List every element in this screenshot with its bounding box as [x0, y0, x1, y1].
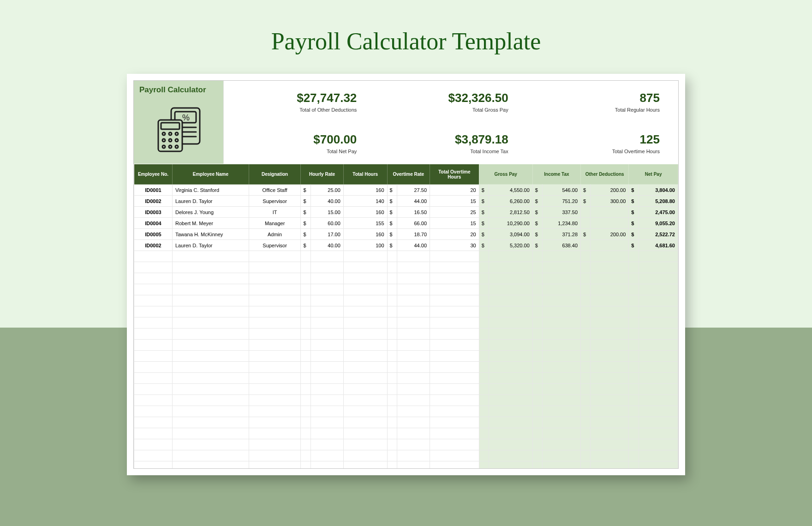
cell-ded[interactable]: 200.00 [591, 185, 629, 196]
cell-name[interactable]: Tawana H. McKinney [172, 229, 249, 240]
cur[interactable]: $ [629, 185, 639, 196]
cur[interactable]: $ [532, 207, 542, 218]
cell-net[interactable]: 2,522.72 [639, 229, 678, 240]
cur[interactable]: $ [532, 229, 542, 240]
cur[interactable]: $ [387, 240, 397, 251]
cell-ohours[interactable]: 20 [430, 229, 479, 240]
cell-rate[interactable]: 60.00 [310, 218, 343, 229]
cur[interactable] [581, 218, 591, 229]
cell-designation[interactable]: Office Staff [249, 185, 301, 196]
cell-rate[interactable]: 40.00 [310, 196, 343, 207]
cur[interactable]: $ [301, 218, 310, 229]
cur[interactable]: $ [581, 229, 591, 240]
cur[interactable]: $ [301, 207, 310, 218]
cell-id[interactable]: ID0005 [134, 229, 173, 240]
cell-designation[interactable]: Supervisor [249, 240, 301, 251]
cur[interactable] [581, 240, 591, 251]
cell-hours[interactable]: 140 [343, 196, 387, 207]
cell-hours[interactable]: 160 [343, 207, 387, 218]
cell-gross[interactable]: 5,320.00 [489, 240, 532, 251]
cur[interactable]: $ [301, 196, 310, 207]
cell-rate[interactable]: 40.00 [310, 240, 343, 251]
cur[interactable]: $ [532, 196, 542, 207]
cur[interactable]: $ [479, 240, 489, 251]
cell-ded[interactable] [591, 218, 629, 229]
cur[interactable]: $ [629, 240, 639, 251]
cur[interactable]: $ [301, 185, 310, 196]
cur[interactable]: $ [479, 185, 489, 196]
cell-orate[interactable]: 16.50 [397, 207, 430, 218]
cell-tax[interactable]: 337.50 [543, 207, 581, 218]
cell-ohours[interactable]: 30 [430, 240, 479, 251]
cell-hours[interactable]: 155 [343, 218, 387, 229]
cell-rate[interactable]: 25.00 [310, 185, 343, 196]
cell-ded[interactable] [591, 240, 629, 251]
cell-gross[interactable]: 2,812.50 [489, 207, 532, 218]
cell-net[interactable]: 5,208.80 [639, 196, 678, 207]
cur[interactable]: $ [629, 196, 639, 207]
cur[interactable]: $ [387, 229, 397, 240]
cell-gross[interactable]: 10,290.00 [489, 218, 532, 229]
cur[interactable]: $ [581, 196, 591, 207]
cur[interactable]: $ [581, 185, 591, 196]
cell-gross[interactable]: 3,094.00 [489, 229, 532, 240]
cur[interactable] [581, 207, 591, 218]
cell-hours[interactable]: 160 [343, 229, 387, 240]
cur[interactable]: $ [387, 207, 397, 218]
cell-ohours[interactable]: 15 [430, 196, 479, 207]
cell-tax[interactable]: 1,234.80 [543, 218, 581, 229]
cell-rate[interactable]: 17.00 [310, 229, 343, 240]
cell-id[interactable]: ID0004 [134, 218, 173, 229]
cur[interactable]: $ [479, 229, 489, 240]
cell-ohours[interactable]: 25 [430, 207, 479, 218]
cur[interactable]: $ [479, 218, 489, 229]
cell-ohours[interactable]: 15 [430, 218, 479, 229]
cur[interactable]: $ [301, 229, 310, 240]
cell-id[interactable]: ID0003 [134, 207, 173, 218]
cell-orate[interactable]: 44.00 [397, 196, 430, 207]
cell-gross[interactable]: 6,260.00 [489, 196, 532, 207]
cur[interactable]: $ [629, 207, 639, 218]
cell-ded[interactable]: 300.00 [591, 196, 629, 207]
cell-designation[interactable]: Manager [249, 218, 301, 229]
cur[interactable]: $ [387, 218, 397, 229]
cell-tax[interactable]: 751.20 [543, 196, 581, 207]
cell-net[interactable]: 2,475.00 [639, 207, 678, 218]
cell-id[interactable]: ID0002 [134, 240, 173, 251]
cell-tax[interactable]: 546.00 [543, 185, 581, 196]
cell-orate[interactable]: 27.50 [397, 185, 430, 196]
cell-ded[interactable]: 200.00 [591, 229, 629, 240]
cell-designation[interactable]: Supervisor [249, 196, 301, 207]
cell-net[interactable]: 3,804.00 [639, 185, 678, 196]
cell-ded[interactable] [591, 207, 629, 218]
cell-rate[interactable]: 15.00 [310, 207, 343, 218]
cell-ohours[interactable]: 20 [430, 185, 479, 196]
cell-net[interactable]: 4,681.60 [639, 240, 678, 251]
cell-name[interactable]: Lauren D. Taylor [172, 196, 249, 207]
cur[interactable]: $ [629, 229, 639, 240]
cell-designation[interactable]: Admin [249, 229, 301, 240]
cell-orate[interactable]: 18.70 [397, 229, 430, 240]
cur[interactable]: $ [301, 240, 310, 251]
cur[interactable]: $ [532, 240, 542, 251]
cell-tax[interactable]: 371.28 [543, 229, 581, 240]
cell-hours[interactable]: 160 [343, 185, 387, 196]
cell-name[interactable]: Delores J. Young [172, 207, 249, 218]
cell-hours[interactable]: 100 [343, 240, 387, 251]
cur[interactable]: $ [532, 185, 542, 196]
cur[interactable]: $ [479, 196, 489, 207]
cur[interactable]: $ [532, 218, 542, 229]
cell-id[interactable]: ID0002 [134, 196, 173, 207]
cell-orate[interactable]: 44.00 [397, 240, 430, 251]
cell-name[interactable]: Virginia C. Stanford [172, 185, 249, 196]
cur[interactable]: $ [387, 185, 397, 196]
cell-id[interactable]: ID0001 [134, 185, 173, 196]
cell-tax[interactable]: 638.40 [543, 240, 581, 251]
cell-name[interactable]: Robert M. Meyer [172, 218, 249, 229]
cell-net[interactable]: 9,055.20 [639, 218, 678, 229]
cur[interactable]: $ [479, 207, 489, 218]
cell-name[interactable]: Lauren D. Taylor [172, 240, 249, 251]
cur[interactable]: $ [387, 196, 397, 207]
cell-designation[interactable]: IT [249, 207, 301, 218]
cur[interactable]: $ [629, 218, 639, 229]
